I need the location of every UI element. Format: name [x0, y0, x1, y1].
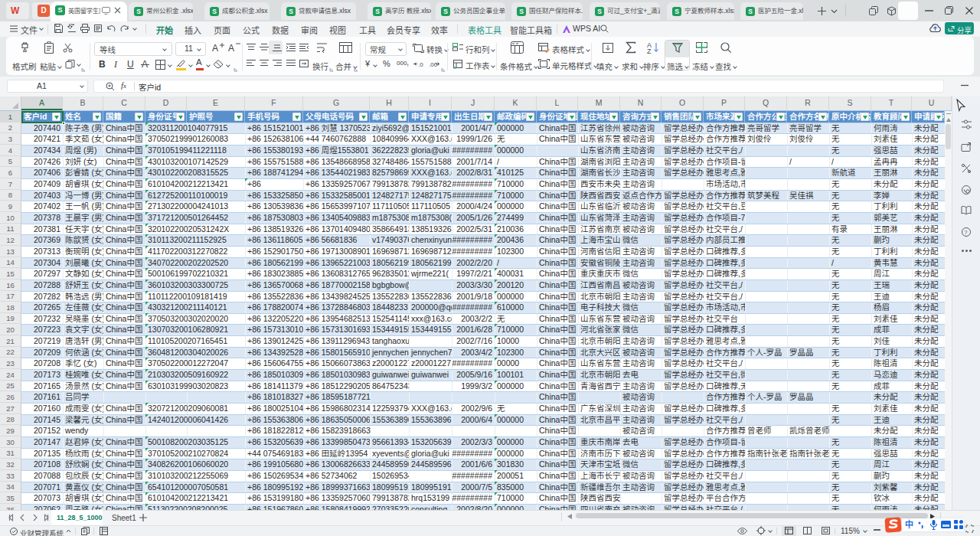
svg-text:?: ?	[965, 230, 968, 235]
